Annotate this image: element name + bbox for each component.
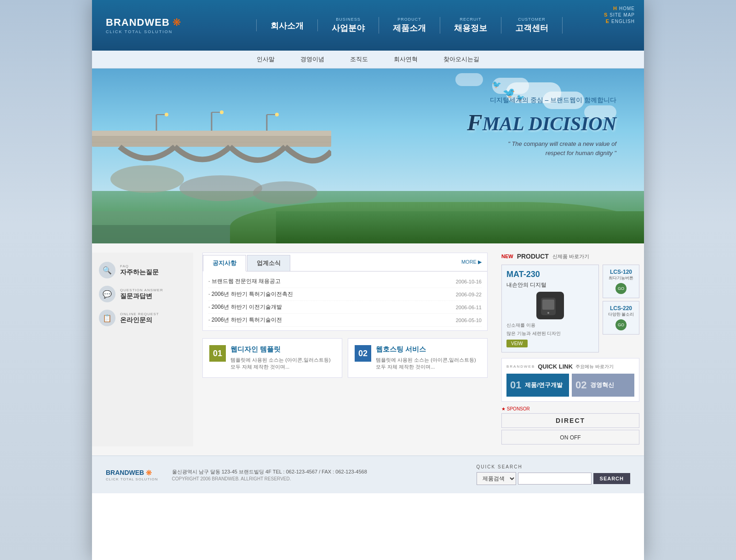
sponsor-section: ★ SPONSOR DIRECT ON OFF bbox=[501, 406, 639, 445]
web-hosting-desc: 템플릿에 사용된 소스는 (아이콘,일러스트등) 모두 자체 제작한 것이며..… bbox=[376, 357, 481, 371]
side-product-model-2: LCS-220 bbox=[607, 305, 635, 312]
sponsor-onoff[interactable]: ON OFF bbox=[501, 430, 639, 445]
quick-link-sub: 주요메뉴 바로가기 bbox=[575, 364, 614, 370]
quick-link-brand: BRANDWEB bbox=[506, 364, 535, 369]
sidebar-request[interactable]: 📋 ONLINE REQUEST 온라인문의 bbox=[99, 310, 186, 326]
quick-link-title: QUICK LINK bbox=[538, 363, 573, 370]
footer-search: QUICK SEARCH 제품검색 SEARCH bbox=[477, 464, 630, 485]
web-design-panel: 01 웹디자인 템플릿 템플릿에 사용된 소스는 (아이콘,일러스트등) 모두 … bbox=[202, 338, 342, 378]
search-select[interactable]: 제품검색 bbox=[477, 472, 516, 485]
notice-item: · 2006년 하반기 이전기술개발 2006-06-11 bbox=[208, 301, 482, 314]
footer-logo-sub: CLICK TOTAL SOLUTION bbox=[106, 477, 158, 481]
web-hosting-title: 웹호스팅 서비스 bbox=[376, 345, 481, 354]
tab-industry[interactable]: 업계소식 bbox=[247, 255, 290, 271]
logo-text: BRANDWEB bbox=[106, 17, 170, 29]
footer-copyright: COPYRIGHT 2006 BRANDWEB. ALLRIGHT RESERV… bbox=[172, 476, 463, 481]
notice-title: · 2006년 하반기 특허기술이전촉진 bbox=[208, 290, 456, 298]
svg-point-10 bbox=[220, 110, 224, 114]
right-sidebar: NEW PRODUCT 신제품 바로가기 MAT-230 내손안의 디지털 bbox=[497, 253, 644, 446]
quick-link-section: BRANDWEB QUICK LINK 주요메뉴 바로가기 01 제품/연구개발… bbox=[501, 358, 639, 402]
new-product-label-kr: 신제품 바로가기 bbox=[552, 253, 589, 260]
product-image bbox=[536, 292, 564, 319]
side-product-1: LCS-120 최다기능버튼 GO bbox=[603, 265, 639, 298]
notice-title: · 2006년 하반기 특허기술이전 bbox=[208, 316, 456, 324]
english-link[interactable]: E ENGLISH bbox=[606, 18, 635, 24]
sidebar-faq[interactable]: 🔍 FAQ 자주하는질문 bbox=[99, 262, 186, 278]
product-model: MAT-230 bbox=[506, 270, 594, 279]
go-button-2[interactable]: GO bbox=[615, 319, 627, 330]
footer-logo: BRANDWEB ❋ CLICK TOTAL SOLUTION bbox=[106, 468, 158, 481]
notice-more-link[interactable]: MORE ▶ bbox=[461, 259, 487, 265]
notice-section: 공지사항 업계소식 MORE ▶ · 브랜드웹 전문인재 채용공고 2006-1… bbox=[202, 253, 488, 331]
subnav-item-4[interactable]: 회사연혁 bbox=[390, 54, 421, 64]
sidebar-qa[interactable]: 💬 QUESTION ANSWER 질문과답변 bbox=[99, 286, 186, 302]
faq-label-kr: 자주하는질문 bbox=[120, 268, 159, 277]
home-link[interactable]: H HOME bbox=[613, 6, 635, 11]
hero-kr-text: 디지털세계의 중심 – 브랜드웹이 함께합니다 bbox=[467, 96, 616, 104]
faq-icon: 🔍 bbox=[99, 262, 115, 278]
svg-rect-19 bbox=[542, 300, 554, 310]
web-design-text: 웹디자인 템플릿 템플릿에 사용된 소스는 (아이콘,일러스트등) 모두 자체 … bbox=[230, 345, 335, 371]
sponsor-label: ★ SPONSOR bbox=[501, 406, 639, 411]
sponsor-direct[interactable]: DIRECT bbox=[501, 413, 639, 428]
hero-title: FMAL DICISION bbox=[467, 108, 616, 135]
notice-list: · 브랜드웹 전문인재 채용공고 2006-10-16 · 2006년 하반기 … bbox=[203, 271, 487, 330]
side-product-kr-2: 다양한 볼소리 bbox=[607, 312, 635, 318]
quick-link-item-2[interactable]: 02 경영혁신 bbox=[572, 374, 634, 397]
left-sidebar: 🔍 FAQ 자주하는질문 💬 QUESTION ANSWER 질문과답변 📋 O… bbox=[92, 253, 193, 446]
header: BRANDWEB ❋ CLICK TOTAL SOLUTION 회사소개 BUS… bbox=[92, 0, 644, 51]
product-kr-name: 내손안의 디지털 bbox=[506, 281, 594, 289]
subnav-item-5[interactable]: 찾아오시는길 bbox=[440, 54, 483, 64]
search-input[interactable] bbox=[518, 473, 592, 485]
notice-date: 2006-05-10 bbox=[456, 318, 482, 323]
nav-item-recruit[interactable]: RECRUIT 채용정보 bbox=[440, 17, 501, 34]
main-product: MAT-230 내손안의 디지털 신소재를 이용 많은 기능과 세련된 디자인 … bbox=[501, 265, 599, 352]
qa-label-kr: 질문과답변 bbox=[120, 292, 163, 300]
qa-icon: 💬 bbox=[99, 286, 115, 302]
nav-item-business[interactable]: BUSINESS 사업분야 bbox=[318, 17, 379, 34]
subnav-item-1[interactable]: 인사말 bbox=[253, 54, 278, 64]
product-showcase: MAT-230 내손안의 디지털 신소재를 이용 많은 기능과 세련된 디자인 … bbox=[501, 265, 639, 352]
notice-title: · 2006년 하반기 이전기술개발 bbox=[208, 303, 456, 311]
logo-area: BRANDWEB ❋ CLICK TOTAL SOLUTION bbox=[106, 17, 189, 34]
view-button[interactable]: VEIW bbox=[506, 340, 528, 347]
product-label: PRODUCT bbox=[517, 253, 549, 260]
new-badge: NEW bbox=[501, 254, 513, 259]
footer-address: 울신광역시 남구 달동 123-45 브랜드빌딩 4F TEL : 062-12… bbox=[172, 468, 463, 476]
go-button-1[interactable]: GO bbox=[615, 283, 627, 294]
notice-item: · 2006년 하반기 특허기술이전촉진 2006-09-22 bbox=[208, 288, 482, 301]
subnav-item-3[interactable]: 조직도 bbox=[346, 54, 372, 64]
side-product-model-1: LCS-120 bbox=[607, 269, 635, 275]
bottom-panels: 01 웹디자인 템플릿 템플릿에 사용된 소스는 (아이콘,일러스트등) 모두 … bbox=[202, 338, 488, 378]
svg-point-20 bbox=[547, 312, 549, 314]
notice-item: · 2006년 하반기 특허기술이전 2006-05-10 bbox=[208, 314, 482, 327]
notice-date: 2006-10-16 bbox=[456, 279, 482, 284]
nav-item-company[interactable]: 회사소개 bbox=[256, 19, 318, 31]
sitemap-link[interactable]: S SITE MAP bbox=[604, 12, 635, 17]
subnav-item-2[interactable]: 경영이념 bbox=[297, 54, 328, 64]
main-nav: 회사소개 BUSINESS 사업분야 PRODUCT 제품소개 RECRUIT … bbox=[189, 17, 630, 34]
search-button[interactable]: SEARCH bbox=[593, 473, 630, 484]
hero-banner: 🐦 🐦 🐦 디지털세계의 중심 – 브랜드웹이 함께합니다 FMAL DICIS… bbox=[92, 69, 644, 243]
hero-text-area: 디지털세계의 중심 – 브랜드웹이 함께합니다 FMAL DICISION " … bbox=[467, 96, 616, 157]
footer-logo-flower: ❋ bbox=[146, 468, 152, 477]
sponsor-onoff-text: ON OFF bbox=[560, 434, 581, 441]
faq-label-en: FAQ bbox=[120, 264, 159, 268]
header-right-links: H HOME S SITE MAP E ENGLISH bbox=[604, 6, 635, 24]
notice-date: 2006-09-22 bbox=[456, 292, 482, 297]
svg-point-2 bbox=[179, 175, 262, 201]
sub-nav: 인사말 경영이념 조직도 회사연혁 찾아오시는길 bbox=[92, 51, 644, 69]
main-content: 공지사항 업계소식 MORE ▶ · 브랜드웹 전문인재 채용공고 2006-1… bbox=[193, 253, 497, 446]
nav-item-customer[interactable]: CUSTOMER 고객센터 bbox=[501, 17, 563, 34]
nav-item-product[interactable]: PRODUCT 제품소개 bbox=[379, 17, 440, 34]
footer: BRANDWEB ❋ CLICK TOTAL SOLUTION 울신광역시 남구… bbox=[92, 456, 644, 493]
web-design-title: 웹디자인 템플릿 bbox=[230, 345, 335, 354]
qa-label-en: QUESTION ANSWER bbox=[120, 288, 163, 292]
side-product-2: LCS-220 다양한 볼소리 GO bbox=[603, 301, 639, 335]
notice-item: · 브랜드웹 전문인재 채용공고 2006-10-16 bbox=[208, 275, 482, 288]
quick-link-item-1[interactable]: 01 제품/연구개발 bbox=[506, 374, 569, 397]
web-hosting-panel: 02 웹호스팅 서비스 템플릿에 사용된 소스는 (아이콘,일러스트등) 모두 … bbox=[348, 338, 488, 378]
logo-sub: CLICK TOTAL SOLUTION bbox=[106, 29, 172, 34]
svg-rect-4 bbox=[92, 131, 331, 136]
tab-notice[interactable]: 공지사항 bbox=[203, 255, 246, 271]
